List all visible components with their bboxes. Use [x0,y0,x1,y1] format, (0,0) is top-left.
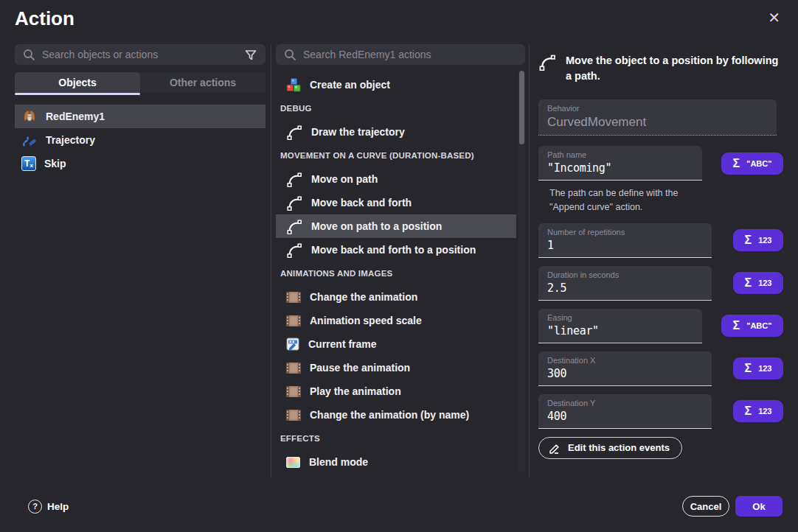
action-move-on-path-to-position[interactable]: Move on path to a position [276,214,516,238]
action-change-animation-by-name[interactable]: Change the animation (by name) [276,403,516,427]
filter-icon[interactable] [243,48,258,62]
pencil-icon [548,441,561,454]
blend-mode-icon [286,457,300,468]
curve-icon [286,242,302,258]
repetitions-field[interactable]: Number of repetitions 1 [538,223,712,258]
panel-divider [529,44,530,477]
ok-button[interactable]: Ok [735,496,783,517]
tab-objects[interactable]: Objects [15,72,140,93]
text-object-icon: Tx [21,156,36,171]
field-destination-x: Destination X 300 Σ 123 [538,351,783,386]
panel-divider [271,44,271,477]
expression-builder-button[interactable]: Σ 123 [733,400,783,422]
expression-builder-button[interactable]: Σ "ABC" [721,315,783,337]
category-header-animations: ANIMATIONS AND IMAGES [276,262,516,285]
action-blend-mode[interactable]: Blend mode [276,450,516,474]
scrollbar-thumb[interactable] [519,71,524,144]
action-animation-speed-scale[interactable]: Animation speed scale [276,309,516,332]
action-create-object[interactable]: Create an object [276,73,516,97]
curve-icon [286,195,302,211]
search-icon [22,48,35,61]
destination-y-field[interactable]: Destination Y 400 [538,394,712,429]
object-tabs: Objects Other actions [15,72,266,95]
sigma-icon: Σ [733,158,740,169]
action-change-animation[interactable]: Change the animation [276,285,516,309]
action-play-animation[interactable]: Play the animation [276,379,516,403]
edit-action-events-button[interactable]: Edit this action events [538,437,682,459]
object-list: RedEnemy1 Trajectory Tx Skip [15,105,266,175]
film-strip-icon [286,410,301,421]
close-icon[interactable]: ✕ [768,10,780,25]
curve-icon [538,53,556,71]
field-path-name: Path name "Incoming" Σ "ABC" [538,146,783,181]
actions-search[interactable] [276,44,525,65]
action-move-back-and-forth-to-position[interactable]: Move back and forth to a position [276,238,516,262]
expression-builder-button[interactable]: Σ "ABC" [721,153,783,175]
help-icon: ? [28,500,42,514]
sigma-icon: Σ [733,320,740,332]
search-icon [283,48,296,61]
path-name-field[interactable]: Path name "Incoming" [538,146,702,181]
field-destination-y: Destination Y 400 Σ 123 [538,394,783,429]
action-move-on-path[interactable]: Move on path [276,167,516,191]
action-list: Create an object DEBUG Draw the trajecto… [276,71,525,475]
curve-icon [286,124,302,140]
film-strip-icon [286,386,301,397]
cubes-icon [286,77,301,92]
expression-builder-button[interactable]: Σ 123 [733,357,783,379]
sigma-icon: Σ [745,363,752,374]
scrollbar-track[interactable] [518,71,525,472]
trajectory-sprite-icon [21,133,38,148]
action-current-frame[interactable]: Current frame [276,332,516,356]
tab-other-actions[interactable]: Other actions [140,72,266,93]
curve-icon [286,218,302,234]
frame-icon [286,337,299,351]
action-description: Move the object to a position by followi… [538,53,783,84]
actions-search-input[interactable] [303,49,518,60]
sigma-icon: Σ [745,234,752,246]
duration-field[interactable]: Duration in seconds 2.5 [538,266,712,301]
film-strip-icon [286,315,301,326]
list-item-redenemy1[interactable]: RedEnemy1 [15,105,266,128]
category-header-debug: DEBUG [276,97,516,120]
action-draw-trajectory[interactable]: Draw the trajectory [276,120,516,144]
help-button[interactable]: ? Help [28,496,69,517]
behavior-field: Behavior CurvedMovement [538,99,777,136]
action-move-back-and-forth[interactable]: Move back and forth [276,191,516,214]
category-header-movement: MOVEMENT ON A CURVE (DURATION-BASED) [276,144,516,167]
field-repetitions: Number of repetitions 1 Σ 123 [538,223,783,258]
expression-builder-button[interactable]: Σ 123 [733,272,783,294]
tab-underline [15,93,140,95]
cancel-button[interactable]: Cancel [682,496,729,517]
action-pause-animation[interactable]: Pause the animation [276,356,516,379]
list-item-skip[interactable]: Tx Skip [15,152,266,175]
film-strip-icon [286,292,301,303]
actions-panel: Create an object DEBUG Draw the trajecto… [276,44,525,475]
category-header-effects: EFFECTS [276,427,516,450]
path-name-helper: The path can be define with the "Append … [549,186,783,215]
objects-panel: Objects Other actions RedEnemy1 Trajecto… [15,44,266,175]
film-strip-icon [286,363,301,374]
red-enemy-sprite-icon [21,109,38,124]
objects-search[interactable] [15,44,266,65]
curve-icon [286,171,302,187]
objects-search-input[interactable] [42,49,237,60]
sigma-icon: Σ [745,405,752,417]
expression-builder-button[interactable]: Σ 123 [733,229,783,251]
field-behavior: Behavior CurvedMovement [538,99,783,136]
page-title: Action [15,7,74,30]
parameters-panel: Move the object to a position by followi… [538,44,783,459]
destination-x-field[interactable]: Destination X 300 [538,351,712,386]
list-item-trajectory[interactable]: Trajectory [15,128,266,152]
field-duration: Duration in seconds 2.5 Σ 123 [538,266,783,301]
field-easing: Easing "linear" Σ "ABC" [538,309,783,343]
easing-field[interactable]: Easing "linear" [538,309,702,343]
sigma-icon: Σ [745,277,752,289]
